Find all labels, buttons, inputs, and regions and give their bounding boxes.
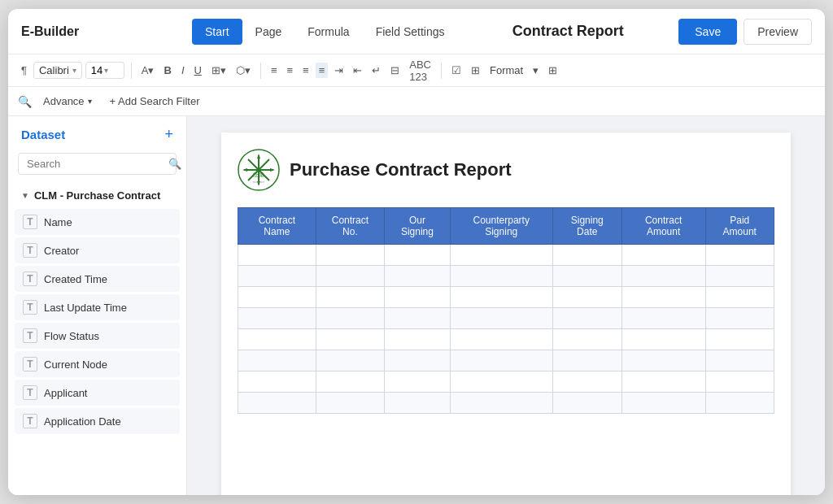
table-cell[interactable] [552, 393, 621, 414]
table-cell[interactable] [316, 371, 385, 393]
table-cell[interactable] [238, 245, 316, 266]
table-cell[interactable] [238, 308, 316, 329]
merge-cell-icon[interactable]: ⊟ [387, 63, 403, 78]
table-cell[interactable] [705, 266, 774, 287]
text-format-icon[interactable]: ¶ [18, 63, 30, 78]
format-label[interactable]: Format [486, 63, 526, 78]
settings-icon[interactable]: ⊞ [545, 63, 560, 78]
table-cell[interactable] [238, 287, 316, 308]
table-cell[interactable] [316, 329, 385, 350]
table-cell[interactable] [385, 350, 450, 371]
text-wrap-icon[interactable]: ↵ [369, 63, 384, 78]
table-cell[interactable] [238, 371, 316, 393]
nav-btn-start[interactable]: Start [192, 19, 242, 45]
table-cell[interactable] [385, 308, 450, 329]
checkbox-icon[interactable]: ☑ [448, 63, 464, 78]
dataset-group-header[interactable]: ▼ CLM - Purchase Contract [15, 185, 180, 206]
table-cell[interactable] [705, 245, 774, 266]
table-cell[interactable] [621, 350, 705, 371]
table-cell[interactable] [621, 266, 705, 287]
table-cell[interactable] [385, 287, 450, 308]
table-cell[interactable] [705, 393, 774, 414]
fill-icon[interactable]: ⬡▾ [233, 63, 254, 78]
preview-button[interactable]: Preview [744, 19, 812, 45]
advance-button[interactable]: Advance ▾ [38, 93, 97, 109]
sidebar-search-wrap[interactable]: 🔍 [18, 153, 177, 175]
indent-icon[interactable]: ⇥ [331, 63, 347, 78]
sidebar-item[interactable]: TName [15, 209, 180, 235]
sidebar-item[interactable]: TFlow Status [15, 323, 180, 349]
table-cell[interactable] [621, 287, 705, 308]
table-cell[interactable] [450, 371, 552, 393]
table-cell[interactable] [316, 266, 385, 287]
underline-icon[interactable]: U [191, 63, 205, 78]
abc-icon[interactable]: ABC123 [406, 57, 434, 85]
table-cell[interactable] [621, 393, 705, 414]
table-cell[interactable] [385, 266, 450, 287]
table-cell[interactable] [316, 308, 385, 329]
table-cell[interactable] [621, 371, 705, 393]
nav-btn-page[interactable]: Page [242, 19, 295, 45]
table-cell[interactable] [552, 245, 621, 266]
align-left-icon[interactable]: ≡ [268, 63, 281, 78]
table-cell[interactable] [238, 266, 316, 287]
table-cell[interactable] [552, 371, 621, 393]
canvas-area[interactable]: 泛微 weaver Purchase Contract Report Contr… [187, 116, 825, 495]
table-cell[interactable] [385, 393, 450, 414]
sidebar-item[interactable]: TApplication Date [15, 408, 180, 434]
outdent-icon[interactable]: ⇤ [350, 63, 365, 78]
table-cell[interactable] [385, 371, 450, 393]
align-right-icon[interactable]: ≡ [299, 63, 312, 78]
table-cell[interactable] [238, 393, 316, 414]
table-cell[interactable] [450, 308, 552, 329]
add-dataset-button[interactable]: + [164, 126, 173, 143]
font-color-icon[interactable]: A▾ [138, 63, 158, 78]
sidebar-item[interactable]: TApplicant [15, 380, 180, 406]
table-cell[interactable] [552, 329, 621, 350]
table-cell[interactable] [385, 245, 450, 266]
table-cell[interactable] [450, 266, 552, 287]
font-size-select[interactable]: 14 ▾ [85, 62, 124, 79]
table-cell[interactable] [450, 287, 552, 308]
table-cell[interactable] [316, 350, 385, 371]
italic-icon[interactable]: I [178, 63, 188, 78]
nav-btn-field-settings[interactable]: Field Settings [363, 19, 458, 45]
table-cell[interactable] [705, 287, 774, 308]
nav-btn-formula[interactable]: Formula [294, 19, 362, 45]
save-button[interactable]: Save [678, 19, 737, 45]
align-justify-icon[interactable]: ≡ [316, 63, 329, 78]
font-family-select[interactable]: Calibri ▾ [33, 62, 82, 79]
table-cell[interactable] [316, 287, 385, 308]
table-cell[interactable] [450, 329, 552, 350]
table-cell[interactable] [705, 371, 774, 393]
table-cell[interactable] [238, 329, 316, 350]
table-cell[interactable] [450, 393, 552, 414]
add-filter-button[interactable]: + Add Search Filter [103, 93, 207, 109]
search-input[interactable] [27, 158, 164, 170]
bold-icon[interactable]: B [161, 63, 175, 78]
table-cell[interactable] [385, 329, 450, 350]
table-cell[interactable] [316, 393, 385, 414]
table-cell[interactable] [705, 350, 774, 371]
table-cell[interactable] [552, 266, 621, 287]
table-cell[interactable] [705, 329, 774, 350]
sidebar-item[interactable]: TLast Update Time [15, 294, 180, 320]
table-cell[interactable] [705, 308, 774, 329]
table-cell[interactable] [450, 245, 552, 266]
table-cell[interactable] [621, 245, 705, 266]
table-cell[interactable] [316, 245, 385, 266]
format-dropdown-icon[interactable]: ▾ [530, 63, 542, 78]
table-icon[interactable]: ⊞ [468, 63, 483, 78]
table-cell[interactable] [552, 287, 621, 308]
table-cell[interactable] [552, 308, 621, 329]
sidebar-item[interactable]: TCreator [15, 237, 180, 263]
sidebar-item[interactable]: TCreated Time [15, 266, 180, 292]
table-cell[interactable] [621, 308, 705, 329]
table-cell[interactable] [238, 350, 316, 371]
align-center-icon[interactable]: ≡ [284, 63, 297, 78]
border-icon[interactable]: ⊞▾ [208, 63, 229, 78]
table-cell[interactable] [552, 350, 621, 371]
sidebar-item[interactable]: TCurrent Node [15, 351, 180, 377]
table-cell[interactable] [621, 329, 705, 350]
table-cell[interactable] [450, 350, 552, 371]
